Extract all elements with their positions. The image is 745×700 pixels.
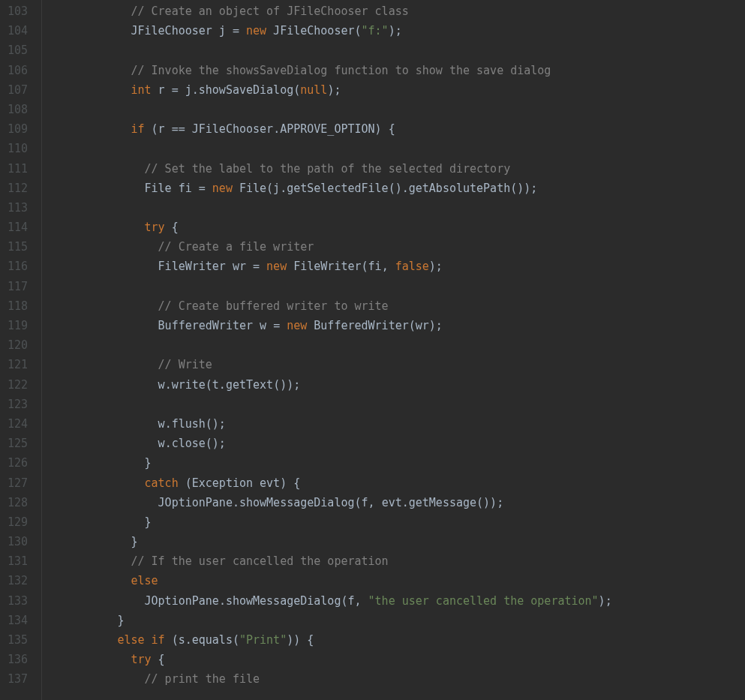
line-number: 131 xyxy=(8,551,28,571)
code-token: j xyxy=(185,83,192,97)
code-token: getAbsolutePath xyxy=(409,182,510,195)
code-token: JFileChooser j xyxy=(131,24,232,38)
code-token: (). xyxy=(389,182,409,195)
code-token: ); xyxy=(599,594,612,608)
code-line[interactable]: try { xyxy=(50,650,745,669)
code-token: // Create a file writer xyxy=(158,240,314,254)
code-token: getSelectedFile xyxy=(287,182,388,195)
code-token: (f xyxy=(341,594,354,608)
code-token: null xyxy=(300,83,327,97)
code-line[interactable]: // print the file xyxy=(50,669,745,689)
code-line[interactable] xyxy=(50,41,745,60)
line-number: 117 xyxy=(8,277,28,296)
code-token: w xyxy=(158,417,165,431)
code-line[interactable]: // Set the label to the path of the sele… xyxy=(50,159,745,179)
code-token: close xyxy=(172,437,206,450)
line-number: 122 xyxy=(8,375,28,395)
line-number: 109 xyxy=(8,119,28,139)
code-line[interactable]: w.flush(); xyxy=(50,414,745,434)
code-token: = xyxy=(253,260,266,273)
code-editor[interactable]: // Create an object of JFileChooser clas… xyxy=(42,0,745,700)
line-number: 115 xyxy=(8,237,28,257)
code-line[interactable] xyxy=(50,198,745,218)
code-line[interactable]: } xyxy=(50,611,745,630)
code-token: APPROVE_OPTION xyxy=(280,122,374,136)
code-token: (); xyxy=(206,437,226,450)
code-line[interactable]: File fi = new File(j.getSelectedFile().g… xyxy=(50,179,745,198)
code-token: . xyxy=(273,122,280,136)
code-token: new xyxy=(266,260,287,273)
code-token: } xyxy=(145,515,152,529)
line-number: 114 xyxy=(8,218,28,237)
line-number: 128 xyxy=(8,493,28,512)
code-line[interactable]: FileWriter wr = new FileWriter(fi, false… xyxy=(50,257,745,276)
line-number-gutter: 1031041051061071081091101111121131141151… xyxy=(0,0,42,700)
code-token: // Create an object of JFileChooser clas… xyxy=(131,5,408,18)
code-line[interactable]: try { xyxy=(50,218,745,237)
line-number: 133 xyxy=(8,591,28,611)
code-token: (j. xyxy=(266,182,287,195)
code-token: showSaveDialog xyxy=(199,83,293,97)
code-token: try xyxy=(145,221,165,234)
code-token: } xyxy=(131,535,137,548)
code-line[interactable]: JOptionPane.showMessageDialog(f, evt.get… xyxy=(50,493,745,512)
code-token: w xyxy=(158,378,165,392)
code-line[interactable]: } xyxy=(50,453,745,473)
line-number: 132 xyxy=(8,571,28,590)
code-line[interactable]: w.close(); xyxy=(50,434,745,453)
code-token: } xyxy=(117,614,124,627)
code-line[interactable] xyxy=(50,395,745,414)
line-number: 136 xyxy=(8,650,28,669)
code-token: , xyxy=(368,496,382,509)
line-number: 121 xyxy=(8,355,28,374)
code-line[interactable] xyxy=(50,100,745,119)
line-number: 127 xyxy=(8,473,28,493)
line-number: 106 xyxy=(8,61,28,80)
code-token: write xyxy=(172,378,206,392)
code-line[interactable]: else if (s.equals("Print")) { xyxy=(50,630,745,650)
code-token: . xyxy=(219,594,226,608)
line-number: 135 xyxy=(8,630,28,650)
code-line[interactable]: // If the user cancelled the operation xyxy=(50,551,745,571)
code-line[interactable]: // Invoke the showsSaveDialog function t… xyxy=(50,61,745,80)
line-number: 104 xyxy=(8,21,28,41)
code-token: getMessage xyxy=(409,496,476,509)
code-token: JOptionPane xyxy=(145,594,219,608)
code-line[interactable]: w.write(t.getText()); xyxy=(50,375,745,395)
line-number: 103 xyxy=(8,2,28,21)
code-token: try xyxy=(131,653,151,666)
code-token: , xyxy=(355,594,368,608)
code-token: // If the user cancelled the operation xyxy=(131,554,388,568)
code-line[interactable]: JOptionPane.showMessageDialog(f, "the us… xyxy=(50,591,745,611)
code-line[interactable]: JFileChooser j = new JFileChooser("f:"); xyxy=(50,21,745,41)
code-line[interactable] xyxy=(50,139,745,158)
line-number: 137 xyxy=(8,669,28,689)
code-line[interactable]: // Create a file writer xyxy=(50,237,745,257)
code-line[interactable]: BufferedWriter w = new BufferedWriter(wr… xyxy=(50,316,745,335)
code-token: // Write xyxy=(158,358,212,371)
code-line[interactable]: // Write xyxy=(50,355,745,374)
code-line[interactable]: else xyxy=(50,571,745,590)
code-token: { xyxy=(165,221,179,234)
code-token: File fi xyxy=(145,182,199,195)
code-token: getText xyxy=(226,378,273,392)
code-line[interactable]: int r = j.showSaveDialog(null); xyxy=(50,80,745,100)
code-token: new xyxy=(212,182,233,195)
line-number: 126 xyxy=(8,453,28,473)
code-line[interactable] xyxy=(50,277,745,296)
code-line[interactable] xyxy=(50,335,745,355)
code-token: (Exception evt) { xyxy=(179,476,301,490)
code-line[interactable]: catch (Exception evt) { xyxy=(50,473,745,493)
code-token: )) { xyxy=(287,633,314,647)
line-number: 116 xyxy=(8,257,28,276)
code-token: (fi xyxy=(362,260,382,273)
code-line[interactable]: // Create an object of JFileChooser clas… xyxy=(50,2,745,21)
code-line[interactable]: // Create buffered writer to write xyxy=(50,296,745,316)
code-token: ( xyxy=(233,633,239,647)
code-token: new xyxy=(246,24,266,38)
code-line[interactable]: } xyxy=(50,512,745,532)
code-token: (r xyxy=(145,122,172,136)
code-token: // Create buffered writer to write xyxy=(158,299,389,313)
code-line[interactable]: if (r == JFileChooser.APPROVE_OPTION) { xyxy=(50,119,745,139)
code-line[interactable]: } xyxy=(50,532,745,551)
